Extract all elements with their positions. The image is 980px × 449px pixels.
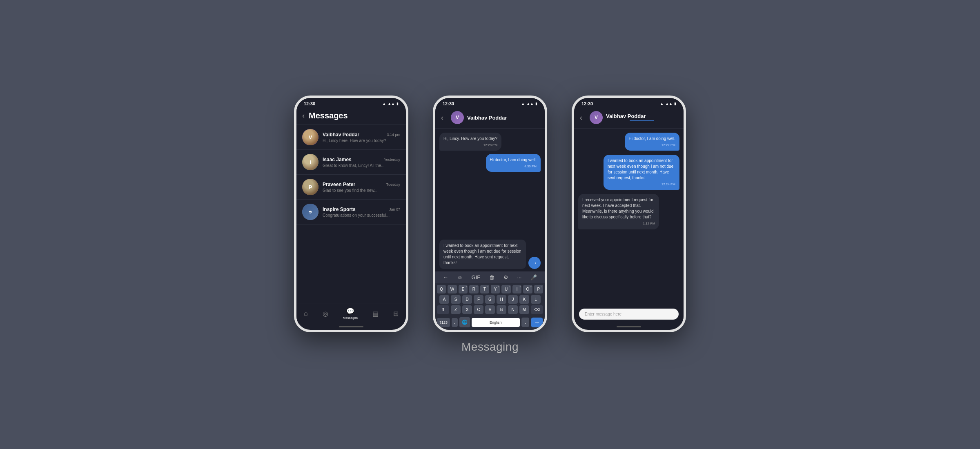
key-o[interactable]: O9	[523, 285, 532, 293]
battery-icon: ▮	[396, 102, 399, 106]
message-time: 1:12 PM	[582, 221, 655, 226]
key-send[interactable]: →	[531, 318, 543, 327]
key-a[interactable]: A	[439, 295, 449, 304]
keyboard-rows: Q W E3 R4 T5 Y6 U7 I8 O9 P0 A S D F	[435, 283, 545, 316]
name-row: Inspire Sports Jan 07	[323, 207, 400, 212]
avatar: V	[302, 129, 318, 145]
signal-icon: ▲▲	[526, 102, 534, 106]
keyboard-back-btn[interactable]: ←	[441, 273, 450, 281]
key-k[interactable]: K	[519, 295, 529, 304]
message-bubble-received: I received your appointment request for …	[578, 194, 659, 229]
key-n[interactable]: N	[508, 305, 518, 314]
avatar: I	[302, 154, 318, 170]
key-p[interactable]: P0	[534, 285, 543, 293]
key-v[interactable]: V	[485, 305, 495, 314]
key-d[interactable]: D	[462, 295, 472, 304]
chat-header: ‹ V Vaibhav Poddar	[435, 108, 545, 129]
message-time: 12:22 PM	[629, 143, 676, 147]
key-shift[interactable]: ⬆	[437, 305, 449, 314]
nav-home[interactable]: ⌂	[304, 310, 308, 317]
key-f[interactable]: F	[474, 295, 483, 304]
message-info: Vaibhav Poddar 3:14 pm Hi, Lincy here. H…	[323, 132, 400, 143]
key-period[interactable]: .	[521, 318, 529, 327]
message-preview: Congratulations on your successful...	[323, 213, 400, 218]
keyboard: ← ☺ GIF 🗑 ⚙ ··· 🎤 Q W E3 R4 T5 Y6 U7 I	[435, 271, 545, 330]
wifi-icon: ▲	[382, 102, 386, 106]
back-button[interactable]: ‹	[580, 113, 582, 122]
nav-list[interactable]: ▤	[372, 310, 379, 318]
message-input-row: I wanted to book an appointment for next…	[435, 237, 545, 271]
signal-icon: ▲▲	[388, 102, 395, 106]
chat-messages: Hi, Lincy. How are you today? 12:20 PM H…	[435, 129, 545, 237]
key-w[interactable]: W	[448, 285, 457, 293]
status-bar-2: 12:30 ▲ ▲▲ ▮	[435, 98, 545, 108]
status-time-3: 12:30	[581, 101, 593, 106]
contact-name: Vaibhav Poddar	[606, 113, 646, 119]
key-q[interactable]: Q	[437, 285, 446, 293]
key-c[interactable]: C	[474, 305, 483, 314]
key-numbers[interactable]: ?123	[437, 318, 450, 327]
grid-icon: ⊞	[393, 310, 399, 318]
avatar-img: 🏟	[302, 204, 318, 220]
key-globe[interactable]: 🌐	[459, 317, 470, 327]
list-item[interactable]: P Praveen Peter Tuesday Glad to see you …	[296, 175, 406, 200]
keyboard-gif-btn[interactable]: GIF	[470, 273, 482, 281]
key-i[interactable]: I8	[512, 285, 521, 293]
key-y[interactable]: Y6	[491, 285, 500, 293]
message-time: Tuesday	[386, 182, 400, 187]
nav-messages[interactable]: 💬 Messages	[343, 307, 358, 320]
list-item[interactable]: I Isaac James Yesterday Great to know th…	[296, 150, 406, 175]
header-underline	[630, 120, 654, 121]
keyboard-emoji-btn[interactable]: ☺	[456, 273, 464, 281]
message-info: Inspire Sports Jan 07 Congratulations on…	[323, 207, 400, 218]
key-z[interactable]: Z	[451, 305, 461, 314]
key-comma-special[interactable]: ,	[452, 318, 458, 327]
message-input-3[interactable]: Enter message here	[579, 309, 679, 320]
key-j[interactable]: J	[508, 295, 518, 304]
back-button[interactable]: ‹	[441, 113, 443, 122]
key-t[interactable]: T5	[480, 285, 489, 293]
list-item[interactable]: 🏟 Inspire Sports Jan 07 Congratulations …	[296, 200, 406, 224]
message-text: I wanted to book an appointment for next…	[608, 158, 673, 180]
keyboard-delete-btn[interactable]: 🗑	[488, 273, 496, 281]
key-backspace[interactable]: ⌫	[531, 305, 543, 314]
contact-name: Vaibhav Poddar	[467, 115, 539, 121]
message-input[interactable]: I wanted to book an appointment for next…	[439, 240, 526, 269]
key-u[interactable]: U7	[501, 285, 510, 293]
phone-chat-view: 12:30 ▲ ▲▲ ▮ ‹ V Vaibhav Poddar Hi docto…	[572, 96, 686, 332]
key-b[interactable]: B	[497, 305, 506, 314]
bottom-navigation: ⌂ ◎ 💬 Messages ▤ ⊞	[296, 304, 406, 325]
message-bubble-sent: Hi doctor, I am doing well. 12:22 PM	[625, 133, 680, 151]
message-preview: Great to know that, Lincy! All the...	[323, 163, 400, 168]
key-l[interactable]: L	[531, 295, 541, 304]
key-h[interactable]: H	[497, 295, 506, 304]
status-bar-1: 12:30 ▲ ▲▲ ▮	[296, 98, 406, 108]
list-item[interactable]: V Vaibhav Poddar 3:14 pm Hi, Lincy here.…	[296, 125, 406, 150]
key-s[interactable]: S	[451, 295, 461, 304]
send-button[interactable]: →	[528, 257, 541, 269]
key-spacebar[interactable]: English	[472, 318, 520, 327]
back-button[interactable]: ‹	[302, 111, 305, 120]
battery-icon: ▮	[674, 102, 676, 106]
message-time: 12:24 PM	[608, 182, 675, 187]
keyboard-settings-btn[interactable]: ⚙	[502, 273, 510, 281]
key-x[interactable]: X	[462, 305, 472, 314]
key-m[interactable]: M	[519, 305, 529, 314]
nav-more[interactable]: ⊞	[393, 310, 399, 318]
page-title: Messages	[309, 111, 348, 120]
nav-explore[interactable]: ◎	[323, 310, 328, 318]
keyboard-bottom-row: ?123 , 🌐 English . →	[435, 316, 545, 330]
avatar-img: V	[302, 129, 318, 145]
keyboard-more-btn[interactable]: ···	[515, 273, 523, 281]
page-label-container: Messaging	[461, 340, 519, 353]
message-time: Jan 07	[389, 207, 400, 211]
phones-container: 12:30 ▲ ▲▲ ▮ ‹ Messages V Vaibhav Poddar	[294, 96, 686, 332]
status-icons-1: ▲ ▲▲ ▮	[382, 102, 399, 106]
chat-messages-3: Hi doctor, I am doing well. 12:22 PM I w…	[574, 129, 684, 305]
home-indicator	[339, 326, 363, 327]
key-g[interactable]: G	[485, 295, 495, 304]
status-bar-3: 12:30 ▲ ▲▲ ▮	[574, 98, 684, 108]
key-e[interactable]: E3	[459, 285, 468, 293]
keyboard-mic-btn[interactable]: 🎤	[529, 273, 539, 281]
key-r[interactable]: R4	[469, 285, 478, 293]
